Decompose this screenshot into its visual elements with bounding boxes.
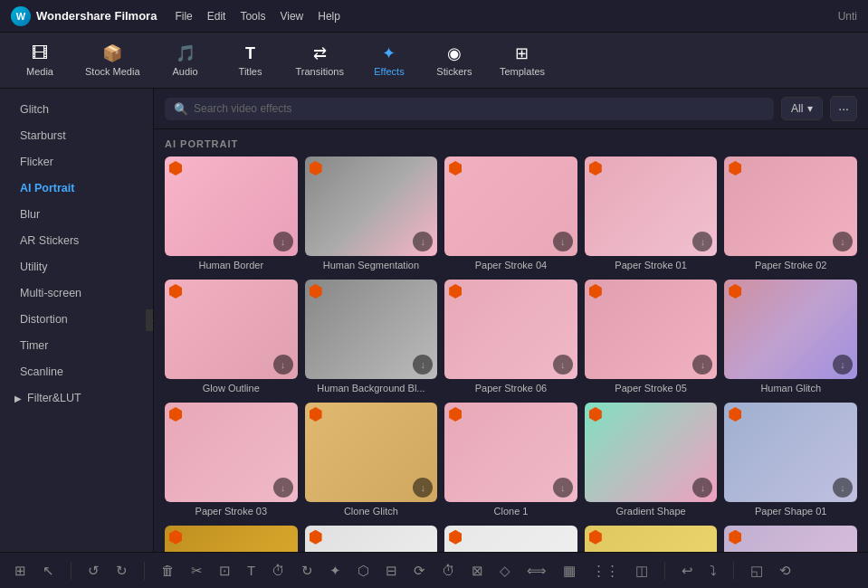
menu-edit[interactable]: Edit [207,10,226,23]
effect-human-background-bl[interactable]: ↓ Human Background Bl... [305,280,438,394]
menu-help[interactable]: Help [318,10,340,23]
toolbar-titles[interactable]: T Titles [220,39,281,82]
bottom-speed-icon[interactable]: ⏱ [438,559,459,582]
bottom-audio-icon[interactable]: ⋮⋮ [588,559,623,583]
download-icon[interactable]: ↓ [273,355,293,375]
bottom-mask-icon[interactable]: ◇ [496,559,514,583]
download-icon[interactable]: ↓ [553,232,573,251]
download-icon[interactable]: ↓ [273,232,293,251]
download-icon[interactable]: ↓ [553,478,573,498]
bottom-forward-icon[interactable]: ⤵ [706,559,720,582]
sidebar-item-glitch[interactable]: Glitch [5,97,148,122]
badge-orange [169,284,182,299]
toolbar-templates[interactable]: ⊞ Templates [489,38,556,82]
download-icon[interactable]: ↓ [413,478,433,498]
effect-name-clone-glitch: Clone Glitch [305,506,438,517]
bottom-crop-icon[interactable]: ⊡ [215,559,234,583]
badge-orange [449,530,462,545]
download-icon[interactable]: ↓ [692,478,712,498]
bottom-text-icon[interactable]: T [243,559,259,582]
sidebar-item-flicker[interactable]: Flicker [5,149,148,175]
badge-orange [589,407,602,422]
bottom-split-icon[interactable]: ⊟ [382,559,401,583]
download-icon[interactable]: ↓ [833,355,853,375]
menu-tools[interactable]: Tools [240,10,265,23]
sidebar-item-blur[interactable]: Blur [5,202,148,227]
download-icon[interactable]: ↓ [692,232,712,251]
bottom-redo-icon[interactable]: ↻ [112,559,131,583]
bottom-shape-icon[interactable]: ⬡ [354,559,373,583]
bottom-panel-icon[interactable]: ◫ [632,559,652,583]
effect-paper-shape-01[interactable]: ↓ Paper Shape 01 [724,403,857,517]
badge-orange [449,161,462,175]
bottom-loop-icon[interactable]: ⟳ [410,559,429,583]
bottom-select-icon[interactable]: ↖ [39,559,58,583]
sidebar-item-scanline[interactable]: Scanline [5,359,148,384]
bottom-zoom-icon[interactable]: ⊠ [468,559,487,583]
sidebar-item-ar-stickers[interactable]: AR Stickers [5,228,148,253]
download-icon[interactable]: ↓ [273,478,293,498]
sidebar-item-filter-lut[interactable]: ▶ Filter&LUT [5,385,148,411]
download-icon[interactable]: ↓ [413,232,433,251]
menu-file[interactable]: File [175,10,192,23]
bottom-layout-icon[interactable]: ⊞ [11,559,30,583]
sidebar-item-ai-portrait[interactable]: AI Portrait [5,175,148,201]
toolbar-transitions[interactable]: ⇄ Transitions [285,38,355,82]
bottom-cut-icon[interactable]: ✂ [187,559,206,583]
toolbar-stock-media[interactable]: 📦 Stock Media [74,38,151,82]
toolbar-effects[interactable]: ✦ Effects [358,38,420,82]
effect-glow-outline[interactable]: ↓ Glow Outline [165,280,298,394]
effect-paper-stroke-03[interactable]: ↓ Paper Stroke 03 [165,403,298,517]
sidebar-item-timer[interactable]: Timer [5,333,148,358]
download-icon[interactable]: ↓ [833,478,853,498]
bottom-effects-icon[interactable]: ✦ [326,559,345,583]
badge-orange [729,284,741,299]
bottom-timer-icon[interactable]: ⏱ [268,559,289,582]
toolbar-audio[interactable]: 🎵 Audio [155,38,216,82]
effect-clone-1[interactable]: ↓ Clone 1 [444,403,577,517]
menu-view[interactable]: View [280,10,303,23]
search-input[interactable] [194,102,765,115]
effect-gradient-shape[interactable]: ↓ Gradient Shape [585,403,718,517]
filter-dropdown[interactable]: All ▾ [781,97,823,120]
badge-orange [589,161,602,175]
sidebar-item-utility[interactable]: Utility [5,254,148,280]
bottom-grid-icon[interactable]: ▦ [559,559,579,583]
download-icon[interactable]: ↓ [692,355,712,375]
effect-thumb-paper-stroke-02: ↓ [724,156,857,256]
bottom-stabilize-icon[interactable]: ⟲ [776,559,795,583]
effect-clone-glitch[interactable]: ↓ Clone Glitch [305,403,438,517]
effect-paper-stroke-02[interactable]: ↓ Paper Stroke 02 [724,156,857,270]
sidebar-item-distortion[interactable]: Distortion [5,307,148,332]
download-icon[interactable]: ↓ [413,355,433,375]
effect-human-glitch[interactable]: ↓ Human Glitch [724,280,857,394]
effect-paper-shape-05[interactable]: ↓ Paper Shape 05 [305,526,438,552]
bottom-transform-icon[interactable]: ⟺ [523,559,550,583]
effect-thumb-paper-shape-07: ↓ [724,526,857,552]
effects-grid-area: AI PORTRAIT ↓ Human Border ↓ Human Segme… [154,129,868,552]
download-icon[interactable]: ↓ [553,355,573,375]
sidebar-collapse-btn[interactable]: ‹ [146,309,154,331]
bottom-pip-icon[interactable]: ◱ [747,559,767,583]
bottom-undo-icon[interactable]: ↺ [84,559,103,583]
sidebar-item-starburst[interactable]: Starburst [5,123,148,148]
bottom-back-icon[interactable]: ↩ [678,559,697,583]
effect-paper-shape-07[interactable]: ↓ Paper Shape 07 [724,526,857,552]
effect-name-gradient-shape: Gradient Shape [585,506,718,517]
bottom-rotate-icon[interactable]: ↻ [298,559,317,583]
effect-paper-shape-02[interactable]: ↓ Paper Shape 02 [585,526,718,552]
effect-human-border[interactable]: ↓ Human Border [165,156,298,270]
effect-paper-stroke-05[interactable]: ↓ Paper Stroke 05 [585,280,718,394]
effect-paper-stroke-06[interactable]: ↓ Paper Stroke 06 [444,280,577,394]
effect-paper-shape-06[interactable]: ↓ Paper Shape 06 [165,526,298,552]
bottom-delete-icon[interactable]: 🗑 [157,559,178,582]
more-options-button[interactable]: ··· [830,96,857,121]
toolbar-media[interactable]: 🎞 Media [9,39,71,82]
download-icon[interactable]: ↓ [833,232,853,251]
toolbar-stickers[interactable]: ◉ Stickers [424,38,485,82]
effect-paper-stroke-04[interactable]: ↓ Paper Stroke 04 [444,156,577,270]
sidebar-item-multi-screen[interactable]: Multi-screen [5,280,148,306]
effect-paper-shape-04[interactable]: ↓ Paper Shape 04 [444,526,577,552]
effect-human-segmentation[interactable]: ↓ Human Segmentation [305,156,438,270]
effect-paper-stroke-01[interactable]: ↓ Paper Stroke 01 [585,156,718,270]
